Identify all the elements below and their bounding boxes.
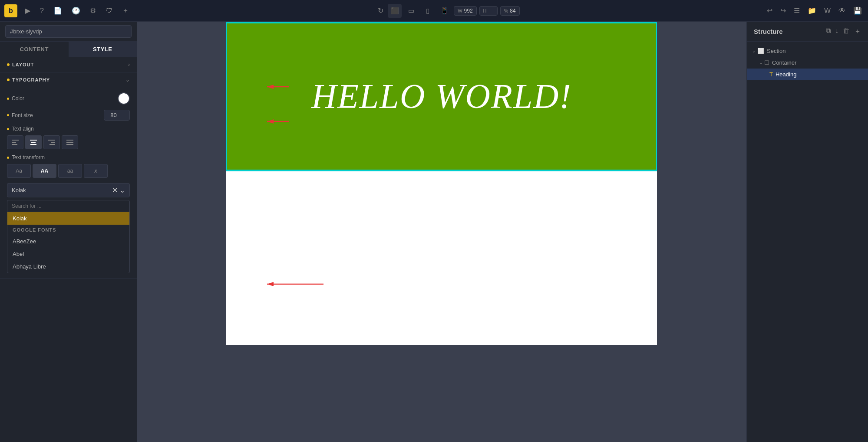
brand-logo[interactable]: b (4, 4, 17, 17)
font-list-item-kolak[interactable]: Kolak (7, 212, 129, 225)
svg-rect-11 (66, 144, 73, 145)
text-align-buttons (7, 135, 130, 149)
font-selected-row[interactable]: Kolak ✕ ⌄ (7, 183, 130, 197)
layout-section-header[interactable]: LAYOUT › (0, 57, 137, 72)
transform-none-button[interactable]: Aa (7, 164, 31, 178)
width-value: 992 (464, 8, 473, 14)
typography-section-title: TYPOGRAPHY (7, 77, 50, 82)
download-icon[interactable]: ↓ (835, 27, 838, 36)
align-justify-button[interactable] (62, 135, 78, 149)
selection-line-top (227, 23, 656, 23)
main-layout: CONTENT STYLE LAYOUT › TYPOGRAPHY ⌄ Colo… (0, 22, 868, 442)
font-size-property: Font size (7, 110, 130, 121)
right-panel: Structure ⧉ ↓ 🗑 ＋ ⌄ ⬜ Section ⌄ ☐ Contai… (746, 22, 868, 442)
heading-label: Heading (776, 71, 796, 78)
section-chevron-icon: ⌄ (752, 49, 756, 53)
columns-icon[interactable]: ☰ (792, 5, 802, 16)
container-icon: ☐ (764, 59, 769, 66)
panel-tabs: CONTENT STYLE (0, 42, 137, 57)
undo-icon[interactable]: ↩ (765, 5, 774, 16)
text-transform-property: Text transform Aa AA aa x (7, 154, 130, 178)
page-icon[interactable]: 📄 (52, 5, 64, 16)
tree-item-section[interactable]: ⌄ ⬜ Section (747, 45, 868, 57)
svg-rect-8 (50, 144, 55, 145)
font-size-label: Font size (7, 112, 33, 118)
element-selector-input[interactable] (5, 25, 132, 38)
height-value: — (488, 8, 494, 14)
transform-uppercase-button[interactable]: AA (33, 164, 56, 178)
svg-rect-2 (12, 144, 17, 145)
container-label: Container (772, 59, 796, 66)
height-label: H (483, 8, 487, 13)
svg-rect-1 (12, 142, 16, 143)
section-icon: ⬜ (757, 48, 764, 54)
structure-header-icons: ⧉ ↓ 🗑 ＋ (826, 27, 861, 36)
eye-icon[interactable]: 👁 (837, 5, 847, 16)
svg-rect-6 (48, 140, 55, 141)
font-list-item-abel[interactable]: Abel (7, 248, 129, 260)
google-fonts-header: GOOGLE FONTS (7, 225, 129, 235)
align-left-button[interactable] (7, 135, 23, 149)
transform-italic-button[interactable]: x (84, 164, 108, 178)
width-label: W (458, 8, 462, 13)
trash-icon[interactable]: 🗑 (843, 27, 850, 36)
typography-section-header[interactable]: TYPOGRAPHY ⌄ (0, 72, 137, 87)
height-control[interactable]: H — (479, 6, 498, 16)
font-list-item-abeezee[interactable]: ABeeZee (7, 235, 129, 248)
font-size-input[interactable] (104, 110, 130, 121)
desktop-viewport[interactable]: ⬛ (388, 4, 402, 18)
mobile-viewport[interactable]: 📱 (437, 4, 451, 18)
font-selected-name: Kolak (12, 187, 26, 193)
wordpress-icon[interactable]: W (822, 5, 832, 16)
history-icon[interactable]: 🕐 (70, 5, 82, 16)
text-align-property: Text align (7, 126, 130, 149)
tree-item-heading[interactable]: T Heading (747, 69, 868, 80)
align-right-button[interactable] (43, 135, 60, 149)
canvas-green-section[interactable]: HELLO WORLD! (226, 22, 657, 171)
zoom-label: % (504, 8, 508, 13)
content-tab[interactable]: CONTENT (0, 42, 69, 57)
color-swatch[interactable] (118, 92, 130, 105)
add-structure-icon[interactable]: ＋ (854, 27, 861, 36)
style-tab[interactable]: STYLE (69, 42, 137, 57)
selection-line-bottom (227, 170, 656, 170)
font-list-item-abhaya-libre[interactable]: Abhaya Libre (7, 260, 129, 273)
toolbar-right: ↩ ↪ ☰ 📁 W 👁 💾 (765, 5, 864, 16)
zoom-control[interactable]: % 84 (500, 6, 520, 16)
save-icon[interactable]: 💾 (851, 5, 864, 16)
svg-rect-10 (66, 142, 73, 143)
canvas-frame: HELLO WORLD! (226, 22, 657, 345)
tablet-viewport[interactable]: ▯ (421, 4, 435, 18)
structure-title: Structure (754, 28, 783, 35)
heading-icon: T (769, 71, 773, 78)
folder-icon[interactable]: 📁 (806, 5, 818, 16)
structure-panel-header: Structure ⧉ ↓ 🗑 ＋ (747, 22, 868, 42)
width-control[interactable]: W 992 (454, 6, 476, 16)
settings-icon[interactable]: ⚙ (88, 5, 98, 16)
tablet-landscape-viewport[interactable]: ▭ (404, 4, 418, 18)
left-panel: CONTENT STYLE LAYOUT › TYPOGRAPHY ⌄ Colo… (0, 22, 137, 442)
svg-rect-4 (31, 142, 36, 143)
top-toolbar: b ▶ ? 📄 🕐 ⚙ 🛡 ＋ ↻ ⬛ ▭ ▯ 📱 W 992 H — % 84… (0, 0, 868, 22)
layout-arrow-icon: › (128, 62, 130, 68)
font-dropdown-icons: ✕ ⌄ (112, 186, 125, 194)
canvas-heading[interactable]: HELLO WORLD! (311, 77, 572, 116)
structure-tree: ⌄ ⬜ Section ⌄ ☐ Container T Heading (747, 42, 868, 84)
font-family-property: Kolak ✕ ⌄ Kolak GOOGLE FONTS ABeeZee Abe… (7, 183, 130, 273)
refresh-icon[interactable]: ↻ (376, 5, 385, 16)
cursor-tool[interactable]: ▶ (23, 5, 32, 16)
svg-rect-5 (30, 144, 36, 145)
canvas-white-section (226, 171, 657, 345)
canvas-area: HELLO WORLD! (137, 22, 746, 442)
text-align-label: Text align (7, 126, 130, 132)
align-center-button[interactable] (25, 135, 42, 149)
tree-item-container[interactable]: ⌄ ☐ Container (747, 57, 868, 69)
transform-lowercase-button[interactable]: aa (58, 164, 82, 178)
font-search-input[interactable] (7, 200, 129, 212)
help-icon[interactable]: ? (38, 5, 46, 16)
redo-icon[interactable]: ↪ (779, 5, 788, 16)
svg-rect-0 (12, 140, 19, 141)
add-icon[interactable]: ＋ (120, 4, 131, 17)
copy-icon[interactable]: ⧉ (826, 27, 831, 36)
shield-icon[interactable]: 🛡 (104, 5, 114, 16)
